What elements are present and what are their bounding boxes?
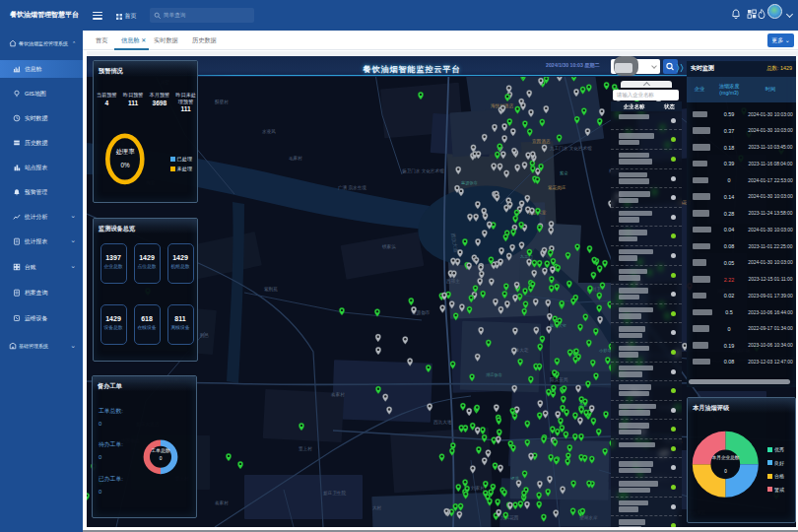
svg-text:水凌凤: 水凌凤: [262, 129, 276, 134]
svg-text:鑫源饭店: 鑫源饭店: [461, 180, 478, 185]
svg-text:阳羡茶局: 阳羡茶局: [550, 376, 568, 383]
svg-text:九工门水 文化艺术馆: 九工门水 文化艺术馆: [550, 145, 592, 152]
svg-text:紫金: 紫金: [560, 170, 568, 175]
svg-text:荆邑: 荆邑: [199, 333, 210, 338]
svg-text:酥壁村: 酥壁村: [215, 99, 229, 105]
svg-text:湖滨饭店: 湖滨饭店: [486, 372, 502, 377]
svg-text:篁上村: 篁上村: [299, 445, 312, 452]
svg-text:镇家浜: 镇家浜: [381, 244, 396, 249]
svg-text:新庄卫生院: 新庄卫生院: [323, 490, 346, 497]
